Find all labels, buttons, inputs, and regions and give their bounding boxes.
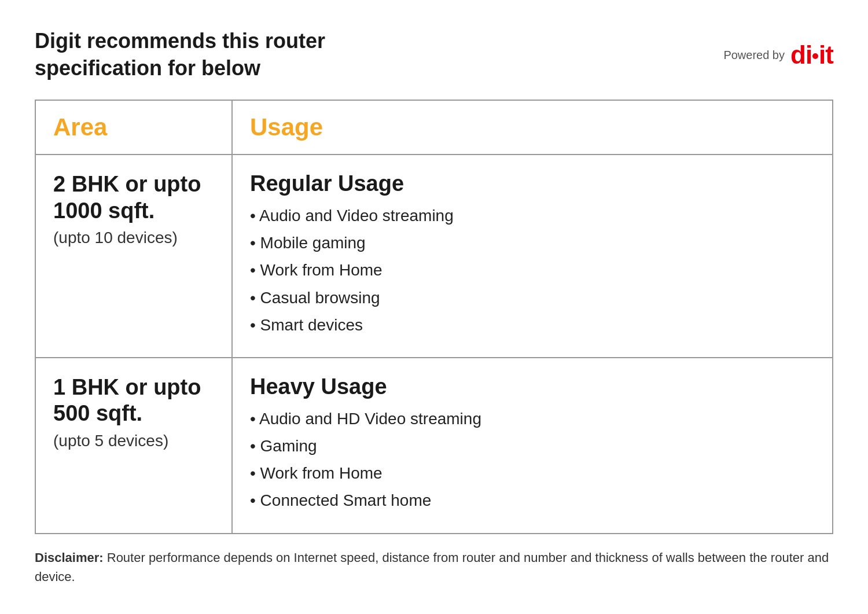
usage-title-0: Regular Usage <box>250 171 815 196</box>
title-line2: specification for below <box>35 56 260 80</box>
header: Digit recommends this router specificati… <box>35 28 833 82</box>
usage-column-header: Usage <box>232 100 833 155</box>
usage-item-1-2: Work from Home <box>250 462 815 484</box>
usage-item-0-1: Mobile gaming <box>250 231 815 254</box>
powered-by-text: Powered by <box>723 49 785 62</box>
usage-item-1-0: Audio and HD Video streaming <box>250 407 815 430</box>
logo-container: Powered by diit <box>723 41 833 69</box>
usage-item-0-4: Smart devices <box>250 314 815 336</box>
area-sub-0: (upto 10 devices) <box>53 229 214 247</box>
area-column-header: Area <box>35 100 232 155</box>
area-cell-0: 2 BHK or upto 1000 sqft.(upto 10 devices… <box>35 155 232 358</box>
digit-logo: diit <box>790 41 833 69</box>
recommendation-table: Area Usage 2 BHK or upto 1000 sqft.(upto… <box>35 100 833 534</box>
usage-item-1-1: Gaming <box>250 435 815 457</box>
disclaimer-text: Router performance depends on Internet s… <box>35 550 829 584</box>
table-row: 1 BHK or upto 500 sqft.(upto 5 devices)H… <box>35 358 833 534</box>
disclaimer-label: Disclaimer: <box>35 550 104 565</box>
page-container: Digit recommends this router specificati… <box>35 5 833 609</box>
usage-item-0-2: Work from Home <box>250 259 815 281</box>
usage-cell-1: Heavy UsageAudio and HD Video streamingG… <box>232 358 833 534</box>
usage-item-0-3: Casual browsing <box>250 286 815 309</box>
usage-item-1-3: Connected Smart home <box>250 489 815 512</box>
usage-cell-0: Regular UsageAudio and Video streamingMo… <box>232 155 833 358</box>
area-sub-1: (upto 5 devices) <box>53 432 214 450</box>
usage-title-1: Heavy Usage <box>250 374 815 399</box>
area-main-0: 2 BHK or upto 1000 sqft. <box>53 171 214 224</box>
table-row: 2 BHK or upto 1000 sqft.(upto 10 devices… <box>35 155 833 358</box>
usage-list-0: Audio and Video streamingMobile gamingWo… <box>250 204 815 336</box>
area-cell-1: 1 BHK or upto 500 sqft.(upto 5 devices) <box>35 358 232 534</box>
usage-list-1: Audio and HD Video streamingGamingWork f… <box>250 407 815 512</box>
title-line1: Digit recommends this router <box>35 29 325 53</box>
usage-item-0-0: Audio and Video streaming <box>250 204 815 227</box>
disclaimer: Disclaimer: Router performance depends o… <box>35 548 833 586</box>
area-main-1: 1 BHK or upto 500 sqft. <box>53 374 214 427</box>
header-title: Digit recommends this router specificati… <box>35 28 325 82</box>
